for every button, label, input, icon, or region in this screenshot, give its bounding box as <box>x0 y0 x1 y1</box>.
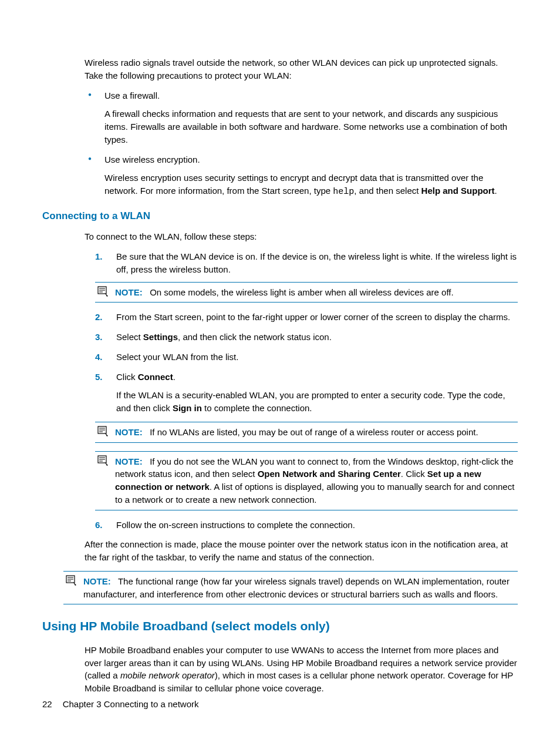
step-sub: If the WLAN is a security-enabled WLAN, … <box>116 389 518 415</box>
page-number: 22 <box>42 699 52 709</box>
step-text: Be sure that the WLAN device is on. If t… <box>116 251 517 274</box>
text: Click <box>116 372 138 382</box>
step-text: Select your WLAN from the list. <box>116 352 238 362</box>
list-lead: Use wireless encryption. <box>104 154 200 164</box>
section-heading-connecting: Connecting to a WLAN <box>42 209 518 224</box>
text: Select <box>116 332 143 342</box>
step-item: Click Connect. If the WLAN is a security… <box>85 371 518 510</box>
step-text: Follow the on-screen instructions to com… <box>116 520 355 530</box>
step-item: Be sure that the WLAN device is on. If t… <box>85 250 518 303</box>
note-icon <box>97 286 109 297</box>
italic-text: mobile network operator <box>120 670 215 680</box>
text: , and then select <box>354 186 421 196</box>
note-block: NOTE: If no WLANs are listed, you may be… <box>95 422 518 443</box>
precautions-list: Use a firewall. A firewall checks inform… <box>85 89 518 199</box>
section1-intro: To connect to the WLAN, follow these ste… <box>85 230 518 243</box>
after-paragraph: After the connection is made, place the … <box>85 538 518 564</box>
section-heading-broadband: Using HP Mobile Broadband (select models… <box>42 617 518 635</box>
step-item: Select your WLAN from the list. <box>85 351 518 364</box>
bold-text: Sign in <box>173 403 202 413</box>
note-label: NOTE: <box>115 427 143 437</box>
page-footer: 22Chapter 3 Connecting to a network <box>42 698 199 711</box>
list-item: Use a firewall. A firewall checks inform… <box>85 89 518 146</box>
step-text: From the Start screen, point to the far-… <box>116 312 510 322</box>
code-text: help <box>333 187 354 197</box>
bold-text: Help and Support <box>421 186 495 196</box>
step-item: Follow the on-screen instructions to com… <box>85 519 518 532</box>
note-text: The functional range (how far your wirel… <box>83 576 510 599</box>
chapter-label: Chapter 3 Connecting to a network <box>63 699 199 709</box>
step-item: Select Settings, and then click the netw… <box>85 331 518 344</box>
step-item: From the Start screen, point to the far-… <box>85 311 518 324</box>
text: . Click <box>401 469 427 479</box>
body-content: Wireless radio signals travel outside th… <box>85 56 518 199</box>
note-text: On some models, the wireless light is am… <box>150 287 453 297</box>
bold-text: Settings <box>143 332 178 342</box>
note-icon <box>66 575 77 586</box>
note-label: NOTE: <box>115 456 143 466</box>
section1-content: To connect to the WLAN, follow these ste… <box>85 230 518 564</box>
note-label: NOTE: <box>115 287 143 297</box>
note-icon <box>97 426 109 436</box>
document-page: Wireless radio signals travel outside th… <box>0 0 560 746</box>
note-icon <box>97 455 109 466</box>
list-sub: Wireless encryption uses security settin… <box>104 172 518 199</box>
section2-content: HP Mobile Broadband enables your compute… <box>85 644 518 695</box>
bold-text: Open Network and Sharing Center <box>258 469 401 479</box>
note-label: NOTE: <box>83 576 111 586</box>
intro-paragraph: Wireless radio signals travel outside th… <box>85 56 518 82</box>
text: . <box>495 186 497 196</box>
section2-paragraph: HP Mobile Broadband enables your compute… <box>85 644 518 695</box>
bold-text: Connect <box>138 372 173 382</box>
note-block: NOTE: If you do not see the WLAN you wan… <box>95 451 518 510</box>
note-block: NOTE: The functional range (how far your… <box>63 571 518 605</box>
steps-list: Be sure that the WLAN device is on. If t… <box>85 250 518 531</box>
list-lead: Use a firewall. <box>104 90 160 100</box>
text: . <box>173 372 176 382</box>
list-item: Use wireless encryption. Wireless encryp… <box>85 153 518 199</box>
list-sub: A firewall checks information and reques… <box>104 107 518 146</box>
text: , and then click the network status icon… <box>178 332 332 342</box>
note-text: If no WLANs are listed, you may be out o… <box>150 427 478 437</box>
note-block: NOTE: On some models, the wireless light… <box>95 282 518 303</box>
text: to complete the connection. <box>202 403 312 413</box>
